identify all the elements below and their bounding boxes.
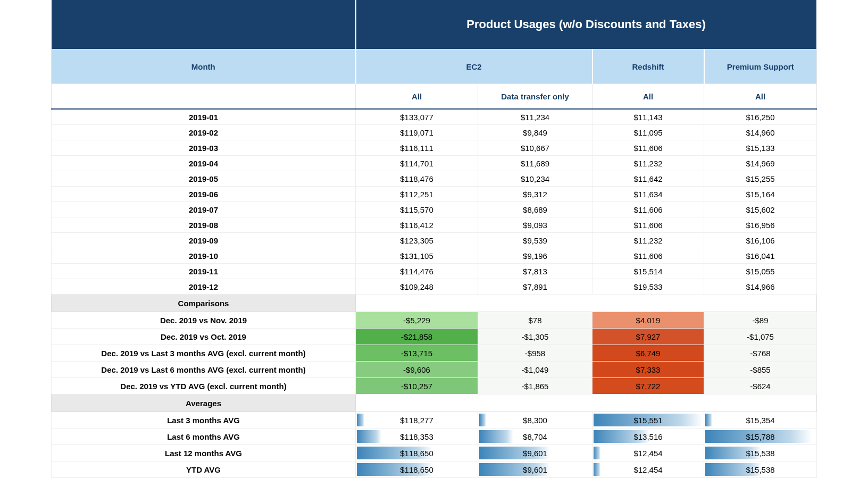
- comparison-row: Dec. 2019 vs Last 3 months AVG (excl. cu…: [52, 345, 817, 362]
- comparison-label: Dec. 2019 vs Nov. 2019: [52, 312, 356, 329]
- redshift-avg: $13,516: [592, 429, 704, 445]
- ec2-dto-cell: $9,093: [478, 217, 592, 233]
- table-row: 2019-07$115,570$8,689$11,606$15,602: [52, 202, 817, 217]
- premium-delta: -$1,075: [704, 329, 817, 345]
- ec2-dto-avg: $8,300: [478, 412, 592, 429]
- ec2-dto-cell: $11,234: [478, 109, 592, 125]
- ec2-dto-cell: $9,196: [478, 248, 592, 264]
- average-label: Last 12 months AVG: [52, 445, 356, 461]
- premium-delta: -$624: [704, 378, 817, 394]
- ec2-all-avg: $118,650: [356, 461, 478, 478]
- ec2-all-avg: $118,277: [356, 412, 478, 429]
- sub-header-row: All Data transfer only All All: [52, 84, 817, 110]
- premium-cell: $15,602: [704, 202, 817, 217]
- ec2-dto-cell: $11,689: [478, 156, 592, 171]
- average-row: Last 3 months AVG$118,277$8,300$15,551$1…: [52, 412, 817, 429]
- title-spacer: [52, 0, 356, 49]
- ec2-all-cell: $114,701: [356, 156, 478, 171]
- averages-section-header: Averages: [52, 394, 817, 412]
- ec2-dto-delta: -$1,305: [478, 329, 592, 345]
- ec2-dto-cell: $7,891: [478, 279, 592, 295]
- comparison-label: Dec. 2019 vs YTD AVG (excl. current mont…: [52, 378, 356, 394]
- month-cell: 2019-11: [52, 264, 356, 279]
- premium-cell: $14,966: [704, 279, 817, 295]
- table-row: 2019-11$114,476$7,813$15,514$15,055: [52, 264, 817, 279]
- ec2-dto-cell: $9,849: [478, 125, 592, 140]
- ec2-all-avg: $118,353: [356, 429, 478, 445]
- ec2-all-delta: -$21,858: [356, 329, 478, 345]
- ec2-dto-cell: $9,312: [478, 187, 592, 202]
- table-row: 2019-06$112,251$9,312$11,634$15,164: [52, 187, 817, 202]
- redshift-cell: $15,514: [592, 264, 704, 279]
- ec2-dto-delta: -$1,049: [478, 362, 592, 378]
- average-label: Last 3 months AVG: [52, 412, 356, 429]
- product-header-row: Month EC2 Redshift Premium Support: [52, 49, 817, 84]
- ec2-all-cell: $118,476: [356, 171, 478, 187]
- title-row: Product Usages (w/o Discounts and Taxes): [52, 0, 817, 49]
- table-row: 2019-01$133,077$11,234$11,143$16,250: [52, 109, 817, 125]
- average-row: Last 6 months AVG$118,353$8,704$13,516$1…: [52, 429, 817, 445]
- redshift-delta: $6,749: [592, 345, 704, 362]
- table-row: 2019-05$118,476$10,234$11,642$15,255: [52, 171, 817, 187]
- redshift-delta: $7,722: [592, 378, 704, 394]
- report-title: Product Usages (w/o Discounts and Taxes): [356, 0, 817, 49]
- usage-table: Product Usages (w/o Discounts and Taxes)…: [51, 0, 817, 478]
- table-row: 2019-08$116,412$9,093$11,606$16,956: [52, 217, 817, 233]
- table-row: 2019-10$131,105$9,196$11,606$16,041: [52, 248, 817, 264]
- comparisons-section-header: Comparisons: [52, 295, 817, 312]
- ec2-all-delta: -$9,606: [356, 362, 478, 378]
- redshift-cell: $11,232: [592, 233, 704, 248]
- redshift-cell: $11,606: [592, 248, 704, 264]
- ec2-all-cell: $114,476: [356, 264, 478, 279]
- ec2-all-delta: -$10,257: [356, 378, 478, 394]
- ec2-dto-cell: $8,689: [478, 202, 592, 217]
- col-month-header: Month: [52, 49, 356, 84]
- average-label: Last 6 months AVG: [52, 429, 356, 445]
- redshift-cell: $11,606: [592, 202, 704, 217]
- redshift-cell: $11,642: [592, 171, 704, 187]
- redshift-avg: $12,454: [592, 445, 704, 461]
- col-premium-header: Premium Support: [704, 49, 817, 84]
- ec2-all-delta: -$13,715: [356, 345, 478, 362]
- ec2-dto-avg: $8,704: [478, 429, 592, 445]
- month-cell: 2019-01: [52, 109, 356, 125]
- month-cell: 2019-07: [52, 202, 356, 217]
- premium-delta: -$768: [704, 345, 817, 362]
- premium-cell: $16,041: [704, 248, 817, 264]
- col-ec2-header: EC2: [356, 49, 592, 84]
- sub-ec2-all: All: [356, 84, 478, 110]
- premium-delta: -$855: [704, 362, 817, 378]
- month-cell: 2019-09: [52, 233, 356, 248]
- month-cell: 2019-12: [52, 279, 356, 295]
- sub-redshift: All: [592, 84, 704, 110]
- ec2-dto-delta: $78: [478, 312, 592, 329]
- table-row: 2019-09$123,305$9,539$11,232$16,106: [52, 233, 817, 248]
- ec2-dto-cell: $10,667: [478, 140, 592, 156]
- premium-avg: $15,354: [704, 412, 817, 429]
- comparison-label: Dec. 2019 vs Last 3 months AVG (excl. cu…: [52, 345, 356, 362]
- ec2-all-cell: $112,251: [356, 187, 478, 202]
- month-cell: 2019-05: [52, 171, 356, 187]
- comparison-row: Dec. 2019 vs YTD AVG (excl. current mont…: [52, 378, 817, 394]
- sub-ec2-dto: Data transfer only: [478, 84, 592, 110]
- ec2-all-cell: $131,105: [356, 248, 478, 264]
- comparison-row: Dec. 2019 vs Last 6 months AVG (excl. cu…: [52, 362, 817, 378]
- comparison-rows: Dec. 2019 vs Nov. 2019-$5,229$78$4,019-$…: [52, 312, 817, 394]
- premium-avg: $15,788: [704, 429, 817, 445]
- sub-premium: All: [704, 84, 817, 110]
- redshift-cell: $11,606: [592, 140, 704, 156]
- average-rows: Last 3 months AVG$118,277$8,300$15,551$1…: [52, 412, 817, 478]
- redshift-delta: $7,927: [592, 329, 704, 345]
- premium-delta: -$89: [704, 312, 817, 329]
- col-redshift-header: Redshift: [592, 49, 704, 84]
- premium-cell: $16,956: [704, 217, 817, 233]
- average-label: YTD AVG: [52, 461, 356, 478]
- redshift-delta: $4,019: [592, 312, 704, 329]
- ec2-dto-cell: $9,539: [478, 233, 592, 248]
- comparison-label: Dec. 2019 vs Last 6 months AVG (excl. cu…: [52, 362, 356, 378]
- redshift-cell: $11,634: [592, 187, 704, 202]
- premium-cell: $15,133: [704, 140, 817, 156]
- month-cell: 2019-08: [52, 217, 356, 233]
- premium-avg: $15,538: [704, 445, 817, 461]
- comparison-row: Dec. 2019 vs Nov. 2019-$5,229$78$4,019-$…: [52, 312, 817, 329]
